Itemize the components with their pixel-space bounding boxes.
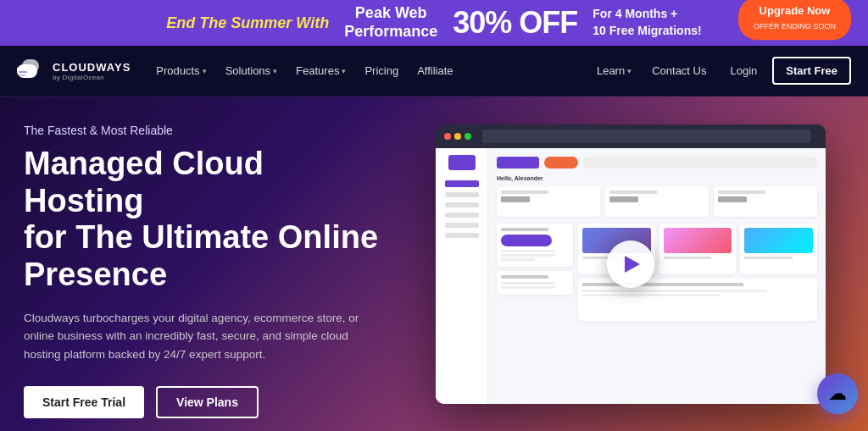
screenshot-nav-item	[445, 233, 479, 238]
minimize-window-dot	[454, 133, 461, 140]
start-free-trial-button[interactable]: Start Free Trial	[24, 386, 144, 418]
screenshot-nav-item	[445, 192, 479, 197]
screenshot-app-card	[659, 224, 737, 274]
banner-discount-text: 30% OFF	[453, 5, 577, 41]
hero-title: Managed Cloud Hostingfor The Ultimate On…	[24, 146, 381, 294]
nav-item-affiliate[interactable]: Affiliate	[409, 46, 461, 97]
cloudways-logo-icon	[17, 59, 46, 83]
screenshot-main-area: Hello, Alexander	[488, 148, 826, 404]
svg-rect-2	[17, 68, 24, 71]
banner-peak-perf-text: Peak Web Performance	[344, 4, 437, 41]
url-bar	[482, 130, 810, 143]
screenshot-bottom-card	[578, 279, 817, 321]
screenshot-app-card	[740, 224, 817, 274]
nav-item-learn[interactable]: Learn ▾	[588, 46, 640, 97]
navbar: CLOUDWAYS by DigitalOcean Products ▾ Sol…	[0, 46, 868, 97]
banner-months-text: For 4 Months + 10 Free Migrations!	[593, 6, 701, 39]
chevron-down-icon: ▾	[203, 67, 207, 75]
screenshot-stat-box	[605, 186, 709, 217]
screenshot-sidebar	[436, 148, 488, 404]
screenshot-topbar	[497, 157, 817, 169]
nav-links: Products ▾ Solutions ▾ Features ▾ Pricin…	[147, 46, 588, 97]
screenshot-panel-card	[497, 224, 573, 267]
nav-item-features[interactable]: Features ▾	[287, 46, 354, 97]
hero-subtitle: The Fastest & Most Reliable	[24, 124, 381, 137]
upgrade-now-button[interactable]: Upgrade Now OFFER ENDING SOON	[738, 0, 851, 40]
nav-item-contact[interactable]: Contact Us	[643, 46, 715, 97]
view-plans-button[interactable]: View Plans	[156, 386, 259, 418]
screenshot-nav-item	[445, 213, 479, 218]
logo[interactable]: CLOUDWAYS by DigitalOcean	[17, 59, 131, 83]
screenshot-stat-box	[714, 186, 817, 217]
screenshot-topbar-btn	[544, 157, 578, 169]
hero-buttons: Start Free Trial View Plans	[24, 386, 381, 418]
screenshot-nav-item	[445, 223, 479, 228]
nav-item-solutions[interactable]: Solutions ▾	[217, 46, 286, 97]
chevron-down-icon: ▾	[273, 67, 277, 75]
screenshot-nav-item	[445, 180, 479, 187]
hero-left: The Fastest & Most Reliable Managed Clou…	[0, 97, 407, 431]
screenshot-greeting: Hello, Alexander	[497, 175, 817, 181]
close-window-dot	[444, 133, 451, 140]
screenshot-nav-item	[445, 202, 479, 207]
product-screenshot: Hello, Alexander	[436, 124, 826, 404]
nav-item-products[interactable]: Products ▾	[147, 46, 214, 97]
logo-text: CLOUDWAYS by DigitalOcean	[53, 61, 131, 81]
chevron-down-icon: ▾	[627, 67, 632, 75]
banner-end-summer-text: End The Summer With	[166, 14, 329, 32]
play-icon	[625, 256, 640, 273]
play-button[interactable]	[607, 240, 654, 288]
svg-rect-1	[22, 59, 39, 73]
hero-right: Hello, Alexander	[407, 97, 868, 431]
screenshot-titlebar	[436, 124, 826, 148]
cloud-orb-decoration: ☁	[817, 373, 858, 414]
login-button[interactable]: Login	[718, 64, 769, 77]
maximize-window-dot	[465, 133, 471, 140]
screenshot-search	[583, 157, 817, 169]
screenshot-stats-row	[497, 186, 817, 217]
top-banner: End The Summer With Peak Web Performance…	[0, 0, 868, 46]
start-free-button[interactable]: Start Free	[772, 57, 851, 85]
hero-description: Cloudways turbocharges your digital agen…	[24, 309, 381, 364]
screenshot-panel-card	[497, 271, 573, 295]
nav-item-pricing[interactable]: Pricing	[356, 46, 407, 97]
screenshot-content-area	[497, 224, 817, 321]
hero-section: The Fastest & Most Reliable Managed Clou…	[0, 97, 868, 431]
nav-right: Learn ▾ Contact Us Login Start Free	[588, 46, 851, 97]
screenshot-topbar-logo	[497, 157, 539, 169]
chevron-down-icon: ▾	[342, 67, 346, 75]
screenshot-left-panel	[497, 224, 573, 321]
screenshot-stat-box	[497, 186, 600, 217]
window-controls	[444, 133, 471, 140]
screenshot-sidebar-logo	[448, 155, 476, 170]
svg-rect-4	[19, 75, 25, 76]
svg-rect-3	[19, 71, 27, 73]
